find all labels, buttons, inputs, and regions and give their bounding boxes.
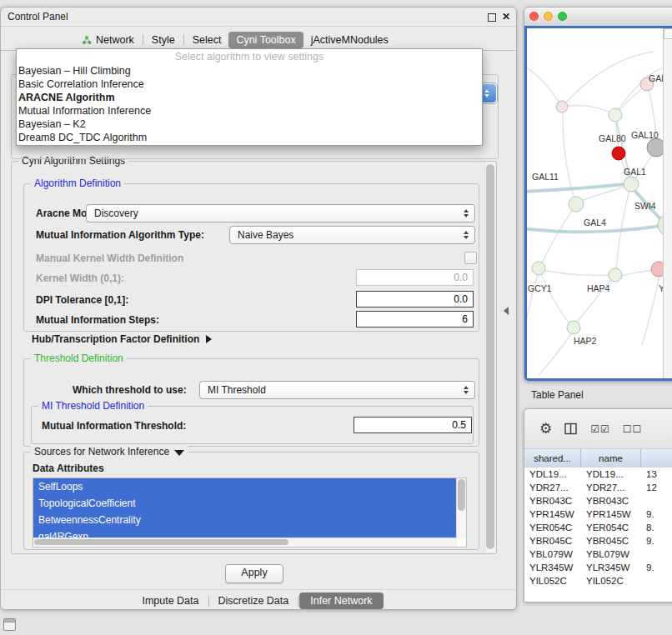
list-horizontal-scrollbar[interactable] xyxy=(33,538,457,547)
tab-discretize-data[interactable]: Discretize Data xyxy=(210,592,298,609)
table-row[interactable]: YIL052CYIL052C xyxy=(524,574,672,588)
scrollbar-thumb[interactable] xyxy=(458,479,465,511)
network-graph[interactable]: GAL GAL80 GAL10 GAL11 GAL1 SWI4 GAL4 GCY… xyxy=(527,28,663,376)
network-node[interactable] xyxy=(609,268,622,282)
tab-separator xyxy=(183,34,184,45)
aracne-mode-value: Discovery xyxy=(94,208,138,219)
table-row[interactable]: YPR145WYPR145W9. xyxy=(524,508,672,521)
table-row[interactable]: YLR345WYLR345W9. xyxy=(524,561,672,574)
scrollbar-thumb[interactable] xyxy=(34,539,288,545)
mi-steps-input[interactable] xyxy=(356,311,474,328)
table-panel-window: ⚙ ☑☑ ☐☐ shared... name YDL19...YDL19...1… xyxy=(524,408,672,602)
dropdown-item-selected[interactable]: ARACNE Algorithm xyxy=(17,91,482,104)
kernel-width-input[interactable] xyxy=(356,269,474,286)
table-row[interactable]: YBR043CYBR043C xyxy=(524,494,672,508)
tab-jactivemnodules[interactable]: jActiveMNodules xyxy=(303,32,396,48)
table-row[interactable]: YDL19...YDL19...13 xyxy=(524,468,672,481)
combo-arrows-icon xyxy=(460,205,472,222)
node-label: GAL4 xyxy=(584,218,606,228)
splitter-collapse-icon[interactable] xyxy=(504,307,509,315)
mac-zoom-button[interactable] xyxy=(558,12,567,21)
scrollbar-button[interactable] xyxy=(664,28,672,39)
column-header[interactable]: shared... xyxy=(524,449,581,468)
unchecked-pair-icon[interactable]: ☐☐ xyxy=(623,423,643,435)
float-window-icon[interactable] xyxy=(488,13,496,22)
network-node[interactable] xyxy=(651,262,663,277)
dropdown-item[interactable]: Dream8 DC_TDC Algorithm xyxy=(17,131,482,144)
data-attributes-list: SelfLoops TopologicalCoefficient Between… xyxy=(33,478,467,548)
network-node[interactable] xyxy=(567,321,580,334)
network-node[interactable] xyxy=(624,177,639,192)
network-node-selected[interactable] xyxy=(612,147,625,160)
columns-icon[interactable] xyxy=(564,422,578,435)
manual-kernel-checkbox[interactable] xyxy=(464,252,477,264)
cyni-bottom-tabbar: Impute Data Discretize Data Infer Networ… xyxy=(1,589,516,612)
table-row[interactable]: YDR27...YDR27...12 xyxy=(524,481,672,494)
hub-section-toggle[interactable]: Hub/Transcription Factor Definition xyxy=(32,333,212,345)
aracne-mode-combobox[interactable]: Discovery xyxy=(86,204,475,222)
mac-minimize-button[interactable] xyxy=(544,12,553,21)
list-item-selected[interactable]: BetweennessCentrality xyxy=(33,512,456,528)
scrollbar-thumb[interactable] xyxy=(486,164,494,549)
mi-type-combobox[interactable]: Naive Bayes xyxy=(229,226,475,244)
dropdown-item[interactable]: Mutual Information Inference xyxy=(17,104,482,118)
network-node[interactable] xyxy=(532,262,545,275)
tab-network[interactable]: Network xyxy=(74,32,142,48)
network-node[interactable] xyxy=(569,197,584,212)
network-node[interactable] xyxy=(647,138,663,157)
tab-cyni-toolbox[interactable]: Cyni Toolbox xyxy=(228,32,303,48)
cyni-algorithm-settings-group: Cyni Algorithm Settings Algorithm Defini… xyxy=(11,161,497,554)
mi-threshold-group: MI Threshold Definition Mutual Informati… xyxy=(31,406,474,444)
mi-threshold-group-title: MI Threshold Definition xyxy=(38,400,148,412)
checked-pair-icon[interactable]: ☑☑ xyxy=(590,423,610,435)
tab-impute-data[interactable]: Impute Data xyxy=(133,592,207,609)
gear-icon[interactable]: ⚙ xyxy=(539,420,552,438)
algorithm-definition-group: Algorithm Definition Aracne Mode: Discov… xyxy=(23,183,479,332)
table-row[interactable]: YBL079WYBL079W xyxy=(524,548,672,561)
mi-type-value: Naive Bayes xyxy=(238,229,293,241)
column-header[interactable] xyxy=(641,449,672,468)
control-panel-title: Control Panel xyxy=(8,11,68,22)
network-node[interactable] xyxy=(556,101,568,112)
tab-separator xyxy=(143,34,143,45)
sources-group-title[interactable]: Sources for Network Inference xyxy=(31,446,188,458)
dpi-tolerance-input[interactable] xyxy=(356,291,474,308)
network-scrollbar[interactable] xyxy=(663,28,672,378)
panel-icon[interactable] xyxy=(3,618,16,631)
which-threshold-combobox[interactable]: MI Threshold xyxy=(199,381,475,399)
dropdown-item[interactable]: Bayesian – Hill Climbing xyxy=(17,64,482,78)
network-canvas[interactable]: GAL GAL80 GAL10 GAL11 GAL1 SWI4 GAL4 GCY… xyxy=(524,26,672,381)
table-row[interactable]: YER054CYER054C8. xyxy=(524,521,672,534)
settings-scrollbar[interactable] xyxy=(484,162,495,552)
list-item-selected[interactable]: TopologicalCoefficient xyxy=(33,495,456,512)
table-header-row: shared... name xyxy=(524,449,672,468)
which-threshold-value: MI Threshold xyxy=(208,384,266,396)
node-label: GCY1 xyxy=(528,283,552,293)
combo-arrows-icon xyxy=(460,382,472,398)
table-panel-title: Table Panel xyxy=(524,385,672,405)
table-toolbar: ⚙ ☑☑ ☐☐ xyxy=(524,409,672,449)
algorithm-definition-title: Algorithm Definition xyxy=(31,178,124,189)
network-node[interactable] xyxy=(609,108,622,122)
node-label: HAP4 xyxy=(587,283,610,293)
network-node-labels: GAL GAL80 GAL10 GAL11 GAL1 SWI4 GAL4 GCY… xyxy=(528,73,663,346)
mac-close-button[interactable] xyxy=(529,12,539,21)
control-panel-titlebar[interactable]: Control Panel ✕ xyxy=(1,8,516,27)
tab-infer-network[interactable]: Infer Network xyxy=(299,592,383,609)
triangle-right-icon xyxy=(206,335,212,343)
tab-style[interactable]: Style xyxy=(144,32,183,48)
apply-button[interactable]: Apply xyxy=(225,564,283,583)
list-item-selected[interactable]: SelfLoops xyxy=(33,478,456,495)
node-label: GAL10 xyxy=(631,130,659,140)
close-icon[interactable]: ✕ xyxy=(502,11,510,22)
network-window-titlebar[interactable] xyxy=(524,8,672,27)
table-row[interactable]: YBR045CYBR045C9. xyxy=(524,534,672,548)
mi-threshold-input[interactable] xyxy=(354,417,472,433)
dropdown-item[interactable]: Basic Correlation Inference xyxy=(17,78,482,91)
column-header[interactable]: name xyxy=(581,449,641,468)
list-scrollbar[interactable] xyxy=(456,478,466,538)
tab-select[interactable]: Select xyxy=(185,32,229,48)
dropdown-item[interactable]: Bayesian – K2 xyxy=(17,118,482,131)
mi-type-label: Mutual Information Algorithm Type: xyxy=(36,229,204,241)
combo-arrows-icon xyxy=(460,227,472,243)
